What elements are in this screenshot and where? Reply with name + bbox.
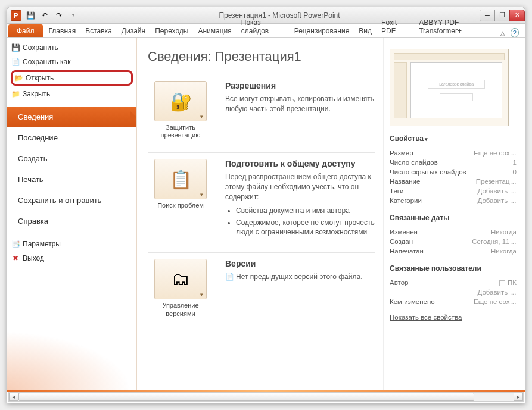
properties-dropdown[interactable]: Свойства▾ bbox=[390, 134, 517, 145]
horizontal-scrollbar[interactable]: ◄ ► bbox=[8, 392, 524, 402]
tab-foxit[interactable]: Foxit PDF bbox=[377, 17, 414, 37]
protect-presentation-button[interactable]: 🔐 Защитить презентацию bbox=[148, 81, 213, 139]
exit-icon: ✖ bbox=[11, 253, 20, 263]
prop-categories[interactable]: КатегорииДобавить … bbox=[390, 196, 517, 205]
chevron-down-icon: ▾ bbox=[425, 136, 428, 142]
nav-label: Последние bbox=[18, 133, 58, 142]
close-file-icon: 📁 bbox=[11, 89, 20, 99]
nav-save-as[interactable]: 📄Сохранить как bbox=[7, 55, 136, 69]
prop-author[interactable]: АвторПК bbox=[390, 278, 517, 287]
document-icon: 📄 bbox=[225, 272, 234, 282]
page-title: Сведения: Презентация1 bbox=[148, 49, 375, 64]
tab-home[interactable]: Главная bbox=[44, 25, 81, 37]
scroll-track[interactable] bbox=[18, 393, 514, 401]
backstage-nav: 💾Сохранить 📄Сохранить как 📂Открыть 📁Закр… bbox=[7, 38, 137, 392]
list-item: Свойства документа и имя автора bbox=[236, 206, 375, 215]
nav-exit[interactable]: ✖Выход bbox=[7, 251, 136, 265]
tab-review[interactable]: Рецензирование bbox=[290, 25, 354, 37]
lock-key-icon: 🔐 bbox=[154, 81, 207, 121]
save-icon: 💾 bbox=[11, 43, 20, 52]
prop-tags[interactable]: ТегиДобавить … bbox=[390, 186, 517, 196]
prop-author-add[interactable]: Добавить … bbox=[390, 287, 517, 297]
nav-label: Справка bbox=[18, 217, 48, 226]
nav-label: Печать bbox=[18, 175, 43, 184]
nav-label: Сохранить bbox=[23, 43, 58, 52]
thumb-subtitle-placeholder bbox=[440, 93, 473, 101]
prop-size: РазмерЕще не сох… bbox=[390, 148, 517, 158]
tab-file[interactable]: Файл bbox=[8, 24, 43, 37]
nav-info[interactable]: Сведения bbox=[7, 107, 136, 127]
nav-share[interactable]: Сохранить и отправить bbox=[7, 190, 136, 211]
app-logo-icon[interactable]: P bbox=[11, 10, 21, 21]
checklist-icon: 📋 bbox=[154, 159, 207, 199]
button-label: Поиск проблем bbox=[148, 202, 213, 209]
scroll-right-button[interactable]: ► bbox=[514, 393, 523, 401]
show-all-properties-link[interactable]: Показать все свойства bbox=[390, 314, 462, 321]
nav-save[interactable]: 💾Сохранить bbox=[7, 40, 136, 55]
section-versions: 🗂 Управление версиями Версии 📄Нет предыд… bbox=[148, 253, 375, 330]
scroll-thumb[interactable] bbox=[18, 393, 474, 401]
section-text: Перед распространением общего доступа к … bbox=[225, 172, 375, 202]
manage-versions-button[interactable]: 🗂 Управление версиями bbox=[148, 259, 213, 317]
tab-insert[interactable]: Вставка bbox=[80, 25, 117, 37]
section-text: 📄Нет предыдущих версий этого файла. bbox=[225, 272, 375, 282]
prop-hidden-slides: Число скрытых слайдов0 bbox=[390, 167, 517, 177]
tab-view[interactable]: Вид bbox=[354, 25, 377, 37]
app-window: P 💾 ↶ ↷ ▾ Презентация1 - Microsoft Power… bbox=[7, 7, 525, 403]
close-button[interactable]: ✕ bbox=[509, 10, 525, 21]
prop-modified: ИзмененНикогда bbox=[390, 227, 517, 237]
tab-abbyy[interactable]: ABBYY PDF Transformer+ bbox=[414, 17, 498, 37]
section-heading: Подготовить к общему доступу bbox=[225, 159, 375, 168]
tab-animations[interactable]: Анимация bbox=[193, 25, 236, 37]
nav-label: Закрыть bbox=[23, 90, 50, 98]
scroll-left-button[interactable]: ◄ bbox=[9, 393, 18, 401]
button-label: Управление версиями bbox=[148, 302, 213, 317]
info-panel: Сведения: Презентация1 🔐 Защитить презен… bbox=[137, 38, 383, 392]
prop-printed: НапечатанНикогда bbox=[390, 246, 517, 256]
prop-changed-by: Кем измененоЕще не сох… bbox=[390, 297, 517, 306]
prop-created: СозданСегодня, 11… bbox=[390, 237, 517, 246]
prop-slides: Число слайдов1 bbox=[390, 158, 517, 167]
nav-label: Сведения bbox=[18, 112, 53, 121]
tab-transitions[interactable]: Переходы bbox=[150, 25, 193, 37]
nav-recent[interactable]: Последние bbox=[7, 127, 136, 148]
nav-options[interactable]: 📑Параметры bbox=[7, 237, 136, 251]
avatar-icon bbox=[499, 280, 505, 286]
section-text: Все могут открывать, копировать и изменя… bbox=[225, 94, 375, 114]
tab-design[interactable]: Дизайн bbox=[117, 25, 150, 37]
thumb-title-placeholder: Заголовок слайда bbox=[428, 80, 485, 89]
section-permissions: 🔐 Защитить презентацию Разрешения Все мо… bbox=[148, 75, 375, 153]
dates-heading: Связанные даты bbox=[390, 214, 517, 224]
qat-dropdown-icon[interactable]: ▾ bbox=[68, 10, 79, 21]
tab-slideshow[interactable]: Показ слайдов bbox=[237, 17, 290, 37]
quick-access-toolbar: P 💾 ↶ ↷ ▾ bbox=[7, 10, 79, 21]
properties-pane: Заголовок слайда Свойства▾ РазмерЕще не … bbox=[383, 38, 525, 392]
redo-icon[interactable]: ↷ bbox=[54, 10, 64, 21]
nav-new[interactable]: Создать bbox=[7, 148, 136, 169]
help-icon[interactable]: ? bbox=[511, 28, 519, 37]
nav-help[interactable]: Справка bbox=[7, 211, 136, 231]
section-prepare: 📋 Поиск проблем Подготовить к общему дос… bbox=[148, 153, 375, 253]
versions-icon: 🗂 bbox=[154, 259, 207, 299]
ribbon-tabs: Файл Главная Вставка Дизайн Переходы Ани… bbox=[7, 24, 525, 38]
save-as-icon: 📄 bbox=[11, 57, 20, 67]
slide-thumbnail[interactable]: Заголовок слайда bbox=[390, 49, 509, 126]
nav-label: Открыть bbox=[26, 74, 54, 82]
minimize-ribbon-icon[interactable]: △ bbox=[499, 28, 507, 37]
users-heading: Связанные пользователи bbox=[390, 264, 517, 274]
check-issues-button[interactable]: 📋 Поиск проблем bbox=[148, 159, 213, 239]
section-heading: Версии bbox=[225, 259, 375, 268]
nav-separator bbox=[12, 234, 132, 234]
nav-close[interactable]: 📁Закрыть bbox=[7, 87, 136, 101]
undo-icon[interactable]: ↶ bbox=[39, 10, 50, 21]
list-item: Содержимое, которое не смогут прочесть л… bbox=[236, 218, 375, 237]
nav-label: Параметры bbox=[23, 240, 61, 248]
prop-title[interactable]: НазваниеПрезентац… bbox=[390, 177, 517, 186]
nav-open[interactable]: 📂Открыть bbox=[11, 70, 133, 86]
thumb-ribbon-icon bbox=[394, 53, 505, 60]
nav-label: Сохранить и отправить bbox=[18, 196, 101, 205]
save-icon[interactable]: 💾 bbox=[25, 10, 36, 21]
section-heading: Разрешения bbox=[225, 81, 375, 90]
nav-print[interactable]: Печать bbox=[7, 169, 136, 190]
thumb-sidebar-icon bbox=[394, 62, 407, 118]
